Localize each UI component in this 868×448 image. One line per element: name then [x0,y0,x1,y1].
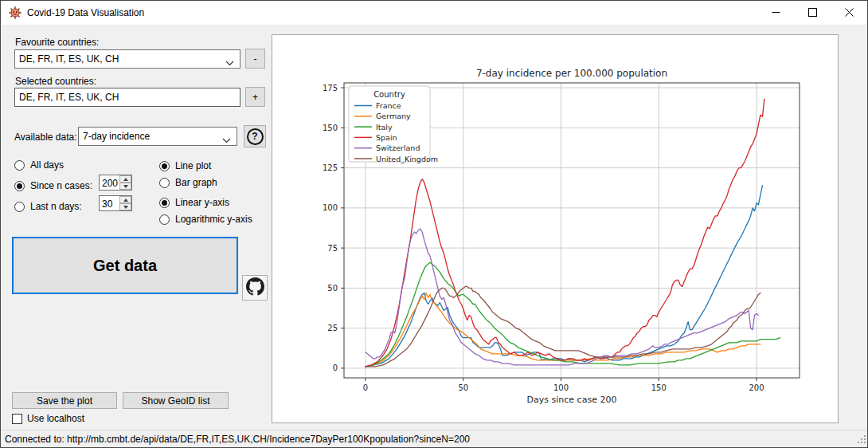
selected-countries-value: DE, FR, IT, ES, UK, CH [19,92,119,103]
get-data-button[interactable]: Get data [12,237,238,294]
help-icon: ? [247,128,264,145]
svg-text:France: France [376,101,401,110]
app-window: Covid-19 Data Visualisation Favourite co… [0,0,868,448]
show-geoid-button[interactable]: Show GeoID list [123,392,229,409]
radio-circle-icon [159,161,170,171]
arrow-down-icon [123,185,128,188]
radio-line-plot[interactable]: Line plot [159,160,211,171]
chart-panel: 05010015020002550751001251501757-day inc… [272,34,839,423]
svg-text:100: 100 [323,203,338,212]
maximize-icon [808,6,817,20]
svg-text:Italy: Italy [376,123,393,132]
spin-up-button[interactable] [119,196,131,203]
available-data-combobox[interactable]: 7-day incidence [78,127,237,146]
resize-grip[interactable] [856,434,866,446]
radio-circle-icon [159,214,170,225]
add-favourite-button[interactable]: + [245,87,265,107]
svg-text:50: 50 [458,383,468,392]
close-button[interactable] [831,1,867,25]
svg-text:175: 175 [323,84,338,92]
virus-app-icon [9,6,22,19]
maximize-button[interactable] [794,1,831,25]
selected-countries-label: Selected countries: [15,76,96,87]
spin-down-button[interactable] [119,183,131,190]
svg-text:25: 25 [327,324,338,332]
svg-text:Germany: Germany [376,112,411,120]
radio-all-days[interactable]: All days [14,159,64,171]
radio-circle-icon [14,181,25,191]
remove-favourite-button[interactable]: - [245,49,265,69]
svg-text:Country: Country [373,90,405,99]
github-icon [246,277,264,298]
svg-text:150: 150 [651,383,667,392]
chart-legend: CountryFranceGermanyItalySpainSwitzerlan… [349,86,438,163]
github-button[interactable] [242,275,268,301]
last-n-input[interactable] [100,196,120,211]
svg-text:United_Kingdom: United_Kingdom [376,155,438,163]
window-title: Covid-19 Data Visualisation [27,1,144,25]
svg-text:100: 100 [553,383,569,392]
radio-circle-icon [159,198,170,208]
svg-text:Spain: Spain [376,133,397,142]
radio-since-n-cases[interactable]: Since n cases: [14,180,92,191]
radio-logarithmic-y-axis[interactable]: Logarithmic y-axis [159,214,252,225]
available-data-label: Available data: [14,132,77,143]
spin-up-button[interactable] [119,175,131,183]
radio-circle-icon [14,202,25,212]
arrow-up-icon [123,178,128,181]
checkbox-icon [12,414,22,424]
since-n-input[interactable] [100,175,120,191]
radio-linear-y-axis[interactable]: Linear y-axis [159,197,229,208]
svg-text:Days since case 200: Days since case 200 [527,395,617,405]
selected-countries-input[interactable]: DE, FR, IT, ES, UK, CH [14,88,240,107]
minimize-button[interactable] [757,1,794,25]
svg-text:125: 125 [323,163,338,172]
svg-text:150: 150 [323,124,338,132]
available-data-value: 7-day incidence [83,131,150,142]
svg-text:200: 200 [749,383,764,392]
chevron-down-icon [222,135,231,146]
svg-text:7-day incidence per 100.000 po: 7-day incidence per 100.000 population [476,68,667,79]
radio-last-n-days[interactable]: Last n days: [14,201,82,212]
radio-circle-icon [159,178,170,188]
svg-text:Switzerland: Switzerland [376,143,420,152]
minimize-icon [772,6,780,20]
favourite-countries-label: Favourite countries: [15,37,99,48]
status-bar: Connected to: http://mb.cmbt.de/api/data… [1,430,867,447]
help-button[interactable]: ? [244,125,266,147]
arrow-up-icon [123,198,128,202]
chart-svg: 05010015020002550751001251501757-day inc… [272,35,838,422]
save-plot-button[interactable]: Save the plot [12,392,117,409]
use-localhost-checkbox[interactable]: Use localhost [12,413,84,424]
title-bar[interactable]: Covid-19 Data Visualisation [1,1,867,25]
arrow-down-icon [123,206,128,209]
svg-text:75: 75 [327,244,338,253]
close-icon [845,6,854,20]
status-text: Connected to: http://mb.cmbt.de/api/data… [5,434,470,445]
radio-bar-graph[interactable]: Bar graph [159,177,217,188]
svg-text:0: 0 [363,383,368,392]
svg-text:0: 0 [333,364,338,372]
since-n-spinner[interactable] [99,175,132,191]
svg-text:50: 50 [327,284,338,293]
favourite-countries-value: DE, FR, IT, ES, UK, CH [19,53,119,65]
spin-down-button[interactable] [119,203,131,210]
last-n-spinner[interactable] [99,195,132,211]
chevron-down-icon [225,57,234,69]
favourite-countries-combobox[interactable]: DE, FR, IT, ES, UK, CH [14,49,240,69]
radio-circle-icon [14,160,25,171]
